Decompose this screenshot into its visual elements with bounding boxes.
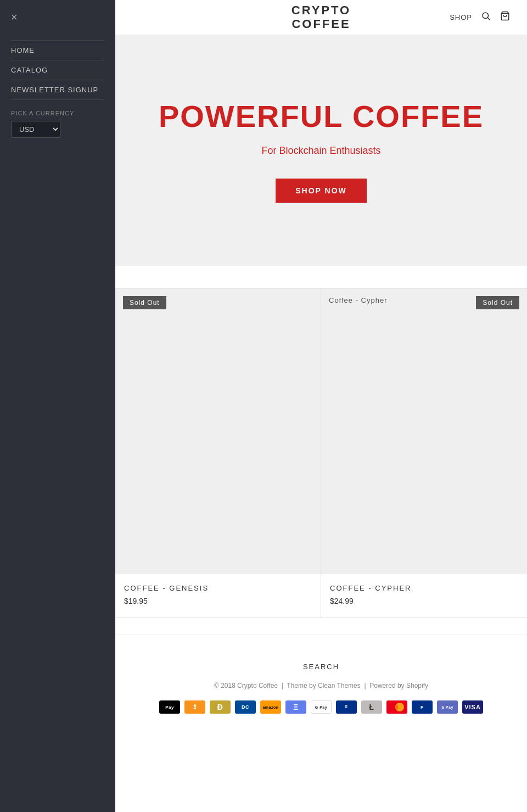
payment-icon-maestro: ⠿ xyxy=(336,700,357,714)
product-info-genesis: COFFEE - GENESIS $19.95 xyxy=(115,574,321,618)
payment-icon-diners: DC xyxy=(235,700,256,714)
sidebar-item-home[interactable]: HOME xyxy=(11,40,104,60)
shop-now-button[interactable]: SHOP NOW xyxy=(276,179,367,203)
product-info-cypher: COFFEE - CYPHER $24.99 xyxy=(321,574,527,618)
site-header: CRYPTO COFFEE SHOP xyxy=(115,0,527,35)
payment-icon-paypal: P xyxy=(412,700,433,714)
svg-point-0 xyxy=(483,13,489,19)
product-card-genesis[interactable]: Sold Out COFFEE - GENESIS $19.95 xyxy=(115,288,321,618)
site-footer: SEARCH © 2018 Crypto Coffee | Theme by C… xyxy=(115,635,527,730)
cart-icon[interactable] xyxy=(500,11,511,24)
header-actions: SHOP xyxy=(450,11,511,24)
product-image-genesis: Sold Out xyxy=(115,288,321,574)
logo-line1: CRYPTO xyxy=(291,4,351,17)
payment-icon-mastercard xyxy=(386,700,407,714)
payment-icon-amazon: amazon xyxy=(260,700,281,714)
product-image-cypher: Coffee - Cypher Sold Out xyxy=(321,288,527,574)
payment-icon-applepay: Pay xyxy=(159,700,180,714)
shop-link[interactable]: SHOP xyxy=(450,13,472,21)
sold-out-badge-genesis: Sold Out xyxy=(123,296,166,309)
site-logo: CRYPTO COFFEE xyxy=(291,4,351,30)
payment-icon-shopifypay: S Pay xyxy=(437,700,458,714)
products-grid: Sold Out COFFEE - GENESIS $19.95 Coffee … xyxy=(115,288,527,618)
payment-icon-ethereum: Ξ xyxy=(285,700,306,714)
product-name-genesis: COFFEE - GENESIS xyxy=(124,584,312,592)
footer-copyright: © 2018 Crypto Coffee | Theme by Clean Th… xyxy=(126,682,516,689)
payment-icon-dogecoin: Ð xyxy=(210,700,231,714)
products-section: Sold Out COFFEE - GENESIS $19.95 Coffee … xyxy=(115,266,527,618)
search-icon[interactable] xyxy=(481,11,491,24)
close-icon[interactable]: × xyxy=(11,11,18,24)
currency-label: PICK A CURRENCY xyxy=(11,110,104,116)
payment-icon-visa: VISA xyxy=(462,700,483,714)
sold-out-badge-cypher: Sold Out xyxy=(476,296,519,309)
footer-search-link[interactable]: SEARCH xyxy=(126,663,516,671)
payment-icon-bitcoin: ₿ xyxy=(184,700,205,714)
logo-line2: COFFEE xyxy=(291,18,351,31)
payment-icon-litecoin: Ł xyxy=(361,700,382,714)
hero-title: POWERFUL COFFEE xyxy=(159,98,484,134)
sidebar-item-newsletter[interactable]: NEWSLETTER SIGNUP xyxy=(11,80,104,100)
hero-section: POWERFUL COFFEE For Blockchain Enthusias… xyxy=(115,35,527,266)
sidebar-item-catalog[interactable]: CATALOG xyxy=(11,60,104,80)
product-name-badge-cypher: Coffee - Cypher xyxy=(329,296,388,304)
currency-select[interactable]: USD EUR GBP BTC ETH xyxy=(11,121,60,138)
svg-line-1 xyxy=(487,18,490,20)
product-price-genesis: $19.95 xyxy=(124,597,312,605)
product-name-cypher: COFFEE - CYPHER xyxy=(330,584,518,592)
main-content: CRYPTO COFFEE SHOP POWERFUL COFFEE F xyxy=(115,0,527,730)
product-card-cypher[interactable]: Coffee - Cypher Sold Out COFFEE - CYPHER… xyxy=(321,288,527,618)
sidebar: × HOME CATALOG NEWSLETTER SIGNUP PICK A … xyxy=(0,0,115,812)
payment-icon-googlepay: G Pay xyxy=(311,700,332,714)
payment-icons: Pay ₿ Ð DC amazon Ξ G Pay ⠿ Ł P S Pay VI… xyxy=(126,700,516,714)
product-price-cypher: $24.99 xyxy=(330,597,518,605)
hero-subtitle: For Blockchain Enthusiasts xyxy=(261,145,380,157)
